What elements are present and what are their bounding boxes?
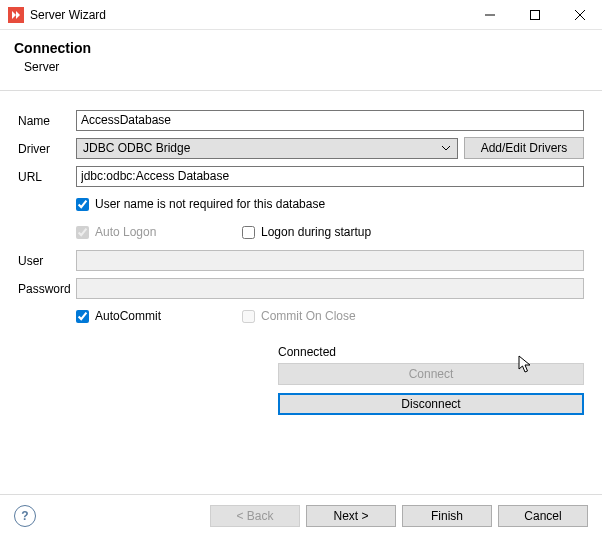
commit-on-close-label: Commit On Close — [261, 309, 356, 323]
app-icon — [8, 7, 24, 23]
next-button[interactable]: Next > — [306, 505, 396, 527]
minimize-button[interactable] — [467, 0, 512, 30]
url-input[interactable] — [76, 166, 584, 187]
name-input[interactable] — [76, 110, 584, 131]
cancel-button[interactable]: Cancel — [498, 505, 588, 527]
password-input — [76, 278, 584, 299]
content: Name Driver JDBC ODBC Bridge Add/Edit Dr… — [0, 91, 602, 415]
driver-select[interactable]: JDBC ODBC Bridge — [76, 138, 458, 159]
help-icon: ? — [21, 509, 28, 523]
help-button[interactable]: ? — [14, 505, 36, 527]
close-button[interactable] — [557, 0, 602, 30]
driver-select-value: JDBC ODBC Bridge — [83, 141, 190, 155]
titlebar: Server Wizard — [0, 0, 602, 30]
back-button: < Back — [210, 505, 300, 527]
maximize-button[interactable] — [512, 0, 557, 30]
wizard-footer: ? < Back Next > Finish Cancel — [0, 494, 602, 537]
window-title: Server Wizard — [30, 8, 106, 22]
page-header: Connection Server — [0, 30, 602, 80]
page-title: Connection — [14, 40, 588, 56]
logon-during-startup-label: Logon during startup — [261, 225, 371, 239]
auto-logon-checkbox: Auto Logon — [76, 225, 236, 239]
auto-logon-label: Auto Logon — [95, 225, 156, 239]
autocommit-input[interactable] — [76, 310, 89, 323]
url-label: URL — [18, 168, 76, 184]
connection-status-block: Connected Connect Disconnect — [278, 345, 584, 415]
name-label: Name — [18, 112, 76, 128]
no-user-required-label: User name is not required for this datab… — [95, 197, 325, 211]
logon-during-startup-checkbox[interactable]: Logon during startup — [242, 225, 402, 239]
driver-label: Driver — [18, 140, 76, 156]
user-label: User — [18, 252, 76, 268]
no-user-required-input[interactable] — [76, 198, 89, 211]
connect-button: Connect — [278, 363, 584, 385]
commit-on-close-checkbox: Commit On Close — [242, 309, 402, 323]
finish-button[interactable]: Finish — [402, 505, 492, 527]
autocommit-checkbox[interactable]: AutoCommit — [76, 309, 236, 323]
connection-status-label: Connected — [278, 345, 584, 359]
add-edit-drivers-button[interactable]: Add/Edit Drivers — [464, 137, 584, 159]
auto-logon-input — [76, 226, 89, 239]
user-input — [76, 250, 584, 271]
logon-during-startup-input[interactable] — [242, 226, 255, 239]
autocommit-label: AutoCommit — [95, 309, 161, 323]
maximize-icon — [530, 10, 540, 20]
password-label: Password — [18, 280, 76, 296]
minimize-icon — [485, 10, 495, 20]
chevron-down-icon — [439, 141, 453, 155]
close-icon — [575, 10, 585, 20]
svg-rect-1 — [530, 10, 539, 19]
page-subtitle: Server — [14, 60, 588, 74]
disconnect-button[interactable]: Disconnect — [278, 393, 584, 415]
commit-on-close-input — [242, 310, 255, 323]
no-user-required-checkbox[interactable]: User name is not required for this datab… — [76, 197, 325, 211]
